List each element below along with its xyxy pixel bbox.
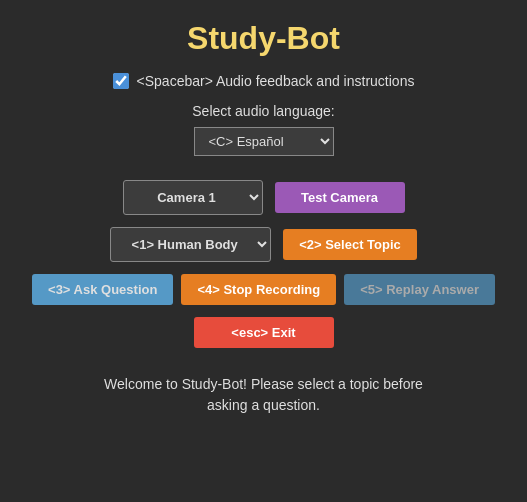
app-title: Study-Bot xyxy=(187,20,340,57)
welcome-line1: Welcome to Study-Bot! Please select a to… xyxy=(104,376,423,392)
language-label: Select audio language: xyxy=(192,103,334,119)
ask-question-button[interactable]: <3> Ask Question xyxy=(32,274,173,305)
audio-feedback-checkbox[interactable] xyxy=(113,73,129,89)
welcome-message: Welcome to Study-Bot! Please select a to… xyxy=(74,374,453,416)
exit-button[interactable]: <esc> Exit xyxy=(194,317,334,348)
stop-recording-button[interactable]: <4> Stop Recording xyxy=(181,274,336,305)
replay-answer-button[interactable]: <5> Replay Answer xyxy=(344,274,495,305)
language-select[interactable]: <C> Español xyxy=(194,127,334,156)
welcome-line2: asking a question. xyxy=(207,397,320,413)
camera-select[interactable]: Camera 1 xyxy=(123,180,263,215)
select-topic-button[interactable]: <2> Select Topic xyxy=(283,229,417,260)
exit-row: <esc> Exit xyxy=(0,317,527,362)
action-buttons-row: <3> Ask Question <4> Stop Recording <5> … xyxy=(0,274,527,305)
topic-row: <1> Human Body <2> Select Topic xyxy=(0,227,527,262)
audio-feedback-row: <Spacebar> Audio feedback and instructio… xyxy=(113,73,415,89)
test-camera-button[interactable]: Test Camera xyxy=(275,182,405,213)
audio-feedback-label: <Spacebar> Audio feedback and instructio… xyxy=(137,73,415,89)
topic-select[interactable]: <1> Human Body xyxy=(110,227,271,262)
language-row: <C> Español xyxy=(0,127,527,168)
camera-row: Camera 1 Test Camera xyxy=(0,180,527,215)
